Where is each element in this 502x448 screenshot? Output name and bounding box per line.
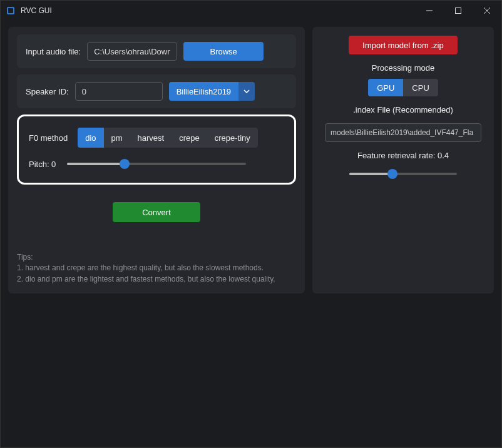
f0-method-label: F0 method — [29, 133, 68, 143]
window-title: RVC GUI — [21, 6, 52, 15]
pitch-row: Pitch: 0 — [29, 159, 284, 169]
tips-section: Tips: 1. harvest and crepe are the highe… — [17, 252, 296, 285]
tips-line-2: 2. dio and pm are the lightest and faste… — [17, 274, 296, 285]
chevron-down-icon — [238, 82, 255, 101]
right-panel: Import model from .zip Processing mode G… — [312, 27, 494, 293]
processing-mode-label: Processing mode — [372, 63, 434, 73]
processing-mode-segment: GPU CPU — [368, 79, 438, 96]
f0-tab-dio[interactable]: dio — [78, 128, 103, 148]
f0-tab-crepe-tiny[interactable]: crepe-tiny — [207, 128, 258, 148]
maximize-button[interactable] — [444, 1, 473, 21]
titlebar[interactable]: RVC GUI — [1, 1, 501, 21]
tips-line-1: 1. harvest and crepe are the highest qua… — [17, 263, 296, 273]
browse-button[interactable]: Browse — [183, 42, 264, 61]
feature-rate-slider[interactable] — [349, 169, 457, 179]
f0-pitch-section: F0 method dio pm harvest crepe crepe-tin… — [17, 115, 296, 185]
tips-heading: Tips: — [17, 252, 296, 263]
speaker-id-field[interactable] — [75, 82, 163, 101]
svg-rect-1 — [8, 8, 13, 13]
content-area: Input audio file: Browse Speaker ID: Bil… — [1, 21, 501, 300]
speaker-id-row: Speaker ID: BillieEilish2019 — [17, 74, 296, 108]
f0-tab-harvest[interactable]: harvest — [130, 128, 172, 148]
model-dropdown-value: BillieEilish2019 — [169, 82, 238, 101]
pitch-thumb[interactable] — [120, 159, 130, 169]
import-model-button[interactable]: Import model from .zip — [349, 36, 457, 54]
window-controls — [415, 1, 501, 21]
f0-method-row: F0 method dio pm harvest crepe crepe-tin… — [29, 128, 284, 148]
convert-button[interactable]: Convert — [113, 202, 200, 222]
close-button[interactable] — [473, 1, 501, 21]
index-file-field[interactable] — [325, 123, 481, 142]
f0-tab-crepe[interactable]: crepe — [172, 128, 207, 148]
minimize-button[interactable] — [415, 1, 444, 21]
svg-rect-3 — [456, 8, 461, 14]
feature-fill — [349, 173, 392, 175]
input-audio-field[interactable] — [87, 42, 177, 61]
pitch-fill — [67, 163, 125, 165]
mode-option-cpu[interactable]: CPU — [403, 79, 438, 96]
input-audio-row: Input audio file: Browse — [17, 34, 296, 68]
app-icon — [6, 6, 16, 16]
mode-option-gpu[interactable]: GPU — [368, 79, 403, 96]
pitch-label: Pitch: 0 — [29, 160, 56, 169]
speaker-id-label: Speaker ID: — [26, 87, 69, 96]
model-dropdown[interactable]: BillieEilish2019 — [169, 82, 255, 101]
input-audio-label: Input audio file: — [26, 47, 81, 56]
f0-tab-pm[interactable]: pm — [104, 128, 130, 148]
feature-thumb[interactable] — [387, 169, 397, 179]
pitch-slider[interactable] — [67, 159, 246, 169]
feature-rate-label: Feature retrieval rate: 0.4 — [357, 151, 449, 160]
f0-tabs: dio pm harvest crepe crepe-tiny — [78, 128, 258, 148]
index-file-label: .index File (Recommended) — [353, 105, 453, 115]
left-panel: Input audio file: Browse Speaker ID: Bil… — [8, 27, 305, 293]
convert-row: Convert — [17, 202, 296, 222]
